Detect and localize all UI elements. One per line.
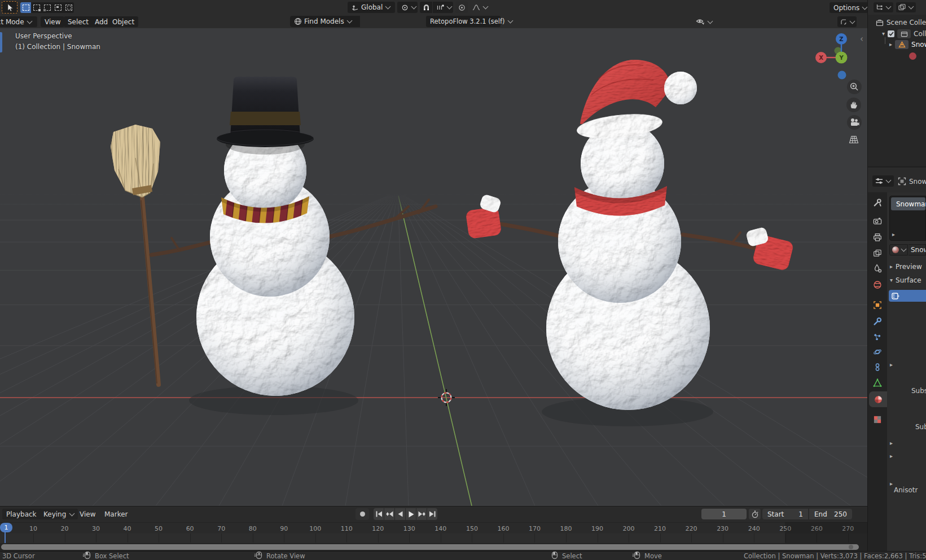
active-tool-button[interactable] bbox=[2, 1, 17, 14]
tab-render[interactable] bbox=[872, 216, 883, 226]
use-preview-range-toggle[interactable] bbox=[749, 509, 761, 519]
material-name-field[interactable]: Snowman bbox=[909, 244, 926, 255]
surface-shader-button[interactable] bbox=[889, 290, 926, 302]
frame-end-field[interactable]: End 250 bbox=[809, 509, 852, 519]
jump-to-start-button[interactable] bbox=[374, 508, 384, 520]
socket-expand-icon[interactable]: ▸ bbox=[890, 440, 893, 446]
browse-material-button[interactable] bbox=[889, 244, 908, 255]
tab-output[interactable] bbox=[872, 232, 883, 242]
properties-editor-type-dropdown[interactable] bbox=[872, 175, 894, 187]
play-button[interactable] bbox=[406, 508, 416, 520]
tab-texture[interactable] bbox=[872, 415, 883, 425]
zoom-view-button[interactable] bbox=[847, 80, 862, 94]
outliner-row-scene-collection[interactable]: Scene Collection bbox=[876, 19, 926, 27]
box-select-invert-icon bbox=[55, 5, 62, 11]
gizmo-minus-z-ball[interactable] bbox=[838, 71, 846, 80]
next-keyframe-button[interactable] bbox=[416, 508, 427, 520]
current-frame-pill[interactable]: 1 bbox=[0, 523, 12, 532]
view-layer-icon bbox=[873, 249, 882, 258]
panel-surface[interactable]: ▾ Surface bbox=[890, 276, 921, 284]
previous-keyframe-button[interactable] bbox=[384, 508, 394, 520]
object-visibility-dropdown[interactable] bbox=[694, 16, 714, 27]
disclosure-down-icon[interactable]: ▾ bbox=[882, 31, 885, 37]
outliner-filter-dropdown[interactable] bbox=[896, 2, 916, 12]
collection-checkbox[interactable] bbox=[888, 30, 894, 37]
node-icon bbox=[892, 293, 899, 299]
current-frame-value: 1 bbox=[722, 510, 726, 518]
next-keyframe-icon bbox=[418, 511, 426, 517]
timeline-scroll-track[interactable] bbox=[0, 543, 867, 552]
tab-modifiers[interactable] bbox=[872, 316, 883, 327]
snap-with-dropdown[interactable] bbox=[433, 2, 453, 13]
socket-expand-icon[interactable]: ▸ bbox=[890, 453, 893, 459]
select-mode-set-button[interactable] bbox=[20, 2, 31, 13]
outliner-row-collection[interactable]: ▾ Collection bbox=[882, 29, 926, 38]
viewport-3d[interactable]: User Perspective (1) Collection | Snowma… bbox=[0, 28, 867, 506]
transform-orientation-dropdown[interactable]: Global bbox=[348, 2, 395, 13]
disclosure-right-icon[interactable]: ▸ bbox=[889, 42, 892, 47]
frame-start-field[interactable]: Start 1 bbox=[762, 509, 808, 519]
outliner-row-snowman[interactable]: ▸ Snowman bbox=[889, 40, 926, 49]
current-frame-field[interactable]: 1 bbox=[701, 509, 747, 519]
falloff-curve-icon bbox=[472, 4, 480, 11]
tab-object-data[interactable] bbox=[872, 378, 883, 388]
tab-scene[interactable] bbox=[872, 263, 883, 274]
proportional-falloff-dropdown[interactable] bbox=[468, 2, 489, 13]
navigation-gizmo[interactable]: Z X Y bbox=[815, 32, 863, 83]
timeline-editor: Playback Keying View Marker 1 Start 1 En… bbox=[0, 506, 867, 551]
select-mode-extend-button[interactable] bbox=[31, 2, 42, 13]
tab-particles[interactable] bbox=[872, 332, 883, 342]
panel-collapse-arrow[interactable]: ‹ bbox=[860, 34, 863, 44]
select-mode-invert-button[interactable] bbox=[52, 2, 63, 13]
select-mode-intersect-button[interactable] bbox=[63, 2, 74, 13]
move-view-button[interactable] bbox=[846, 98, 861, 112]
outliner-display-mode-dropdown[interactable] bbox=[874, 2, 893, 12]
scrollbar-knob[interactable] bbox=[849, 545, 853, 549]
tab-object[interactable] bbox=[872, 300, 883, 310]
camera-view-button[interactable] bbox=[847, 115, 862, 130]
material-slot-selected[interactable]: Snowman bbox=[891, 197, 925, 210]
keying-menu[interactable]: Keying bbox=[40, 509, 78, 519]
options-dropdown[interactable]: Options bbox=[830, 2, 871, 13]
tab-physics[interactable] bbox=[872, 347, 883, 357]
menu-object[interactable]: Object bbox=[108, 16, 138, 27]
ruler-frame-label: 50 bbox=[155, 525, 163, 532]
tab-constraints[interactable] bbox=[872, 362, 883, 372]
tab-tool[interactable] bbox=[872, 197, 883, 208]
properties-breadcrumb[interactable]: Snowman bbox=[898, 177, 926, 186]
timeline-scrollbar[interactable] bbox=[1, 544, 859, 550]
status-hint: Move bbox=[632, 552, 662, 560]
socket-expand-icon[interactable]: ▸ bbox=[890, 481, 893, 487]
menu-view[interactable]: View bbox=[41, 16, 64, 27]
toggle-orthographic-button[interactable] bbox=[846, 132, 861, 147]
socket-expand-icon[interactable]: ▸ bbox=[890, 362, 893, 368]
tab-view-layer[interactable] bbox=[872, 248, 883, 258]
find-models-dropdown[interactable]: Find Models bbox=[290, 16, 360, 27]
frame-ruler-labels[interactable]: 1020304050607080901001101201301401501601… bbox=[0, 522, 867, 534]
material-slot-list[interactable]: Snowman ▸ bbox=[889, 196, 926, 241]
auto-keying-toggle[interactable] bbox=[356, 508, 369, 520]
panel-preview[interactable]: ▸ Preview bbox=[890, 263, 922, 271]
tab-material[interactable] bbox=[873, 394, 883, 404]
toolbar-active-sliver[interactable] bbox=[0, 32, 2, 52]
clipped-label-sub: Sub bbox=[915, 423, 926, 431]
pivot-point-dropdown[interactable] bbox=[397, 2, 418, 13]
viewport-shading-options-dropdown[interactable] bbox=[837, 16, 857, 27]
status-bar: 3D CursorBox SelectRotate ViewSelectMove… bbox=[0, 551, 926, 560]
menu-select[interactable]: Select bbox=[64, 16, 93, 27]
snap-toggle-button[interactable] bbox=[420, 2, 432, 13]
timeline-marker-menu[interactable]: Marker bbox=[100, 509, 131, 519]
scene-collection-label: Scene Collection bbox=[886, 19, 926, 27]
chevron-down-icon bbox=[27, 18, 32, 24]
retopoflow-dropdown[interactable]: RetopoFlow 3.2.1 (self) bbox=[426, 16, 501, 27]
jump-to-end-button[interactable] bbox=[427, 508, 437, 520]
slot-expand-icon[interactable]: ▸ bbox=[892, 232, 895, 237]
play-reverse-button[interactable] bbox=[395, 508, 405, 520]
timeline-view-menu[interactable]: View bbox=[76, 509, 99, 519]
select-mode-subtract-button[interactable] bbox=[42, 2, 52, 13]
tab-world[interactable] bbox=[872, 280, 883, 290]
proportional-editing-toggle[interactable] bbox=[455, 2, 468, 13]
playhead[interactable] bbox=[5, 532, 6, 543]
frame-ruler-ticks[interactable] bbox=[0, 533, 867, 543]
mode-dropdown[interactable]: Object Mode bbox=[0, 16, 37, 27]
